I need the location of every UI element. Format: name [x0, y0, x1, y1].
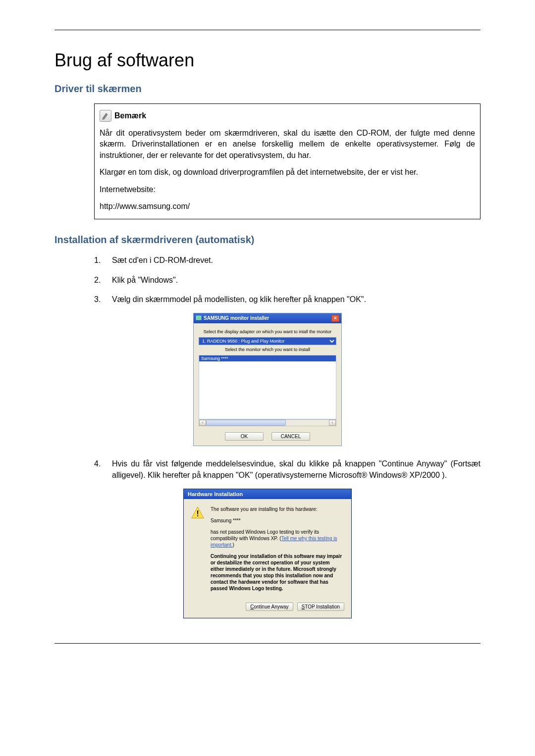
steps-list-continued: 4. Hvis du får vist følgende meddelelses…	[94, 458, 481, 481]
page-title: Brug af softwaren	[54, 50, 481, 71]
stop-installation-button[interactable]: STOP Installation	[297, 603, 344, 611]
monitor-listbox[interactable]: Samsung ****	[199, 355, 336, 419]
app-icon	[196, 315, 202, 322]
note-icon	[100, 110, 111, 122]
note-paragraph-2: Klargør en tom disk, og download driverp…	[100, 167, 475, 178]
adapter-select[interactable]: 1. RADEON 9550 : Plug and Play Monitor	[199, 337, 336, 345]
bottom-divider	[54, 643, 481, 644]
step-number: 4.	[94, 458, 112, 481]
step-text: Vælg din skærmmodel på modellisten, og k…	[112, 294, 481, 305]
scroll-track[interactable]	[206, 420, 329, 426]
scroll-thumb[interactable]	[206, 420, 286, 426]
steps-list: 1. Sæt cd'en i CD-ROM-drevet. 2. Klik på…	[94, 254, 481, 305]
stop-label-rest: TOP Installation	[305, 604, 340, 609]
prompt-text-1: Select the display adapter on which you …	[199, 329, 336, 334]
step-text: Hvis du får vist følgende meddelelsesvin…	[112, 458, 481, 481]
cancel-button[interactable]: CANCEL	[271, 432, 310, 441]
dialog-titlebar: Hardware Installation	[184, 489, 351, 499]
step-text: Klik på "Windows".	[112, 274, 481, 286]
step-text: Sæt cd'en i CD-ROM-drevet.	[112, 254, 481, 266]
scroll-right-arrow[interactable]: ›	[329, 420, 336, 426]
hardware-installation-dialog: Hardware Installation ! The software you…	[183, 489, 352, 618]
close-button[interactable]: ×	[331, 315, 339, 322]
note-label: Bemærk	[114, 111, 146, 120]
continue-anyway-button[interactable]: Continue Anyway	[246, 603, 293, 611]
svg-rect-0	[196, 316, 201, 320]
dialog-body-text: The software you are installing for this…	[211, 506, 344, 597]
step-number: 1.	[94, 254, 112, 266]
dialog-titlebar: SAMSUNG monitor installer ×	[194, 313, 341, 323]
installer-dialog: SAMSUNG monitor installer × Select the d…	[193, 313, 342, 446]
list-item: 1. Sæt cd'en i CD-ROM-drevet.	[94, 254, 481, 266]
scroll-left-arrow[interactable]: ‹	[199, 420, 206, 426]
horizontal-scrollbar[interactable]: ‹ ›	[199, 419, 336, 426]
list-item: 3. Vælg din skærmmodel på modellisten, o…	[94, 294, 481, 305]
list-item: 2. Klik på "Windows".	[94, 274, 481, 286]
section-heading-install: Installation af skærmdriveren (automatis…	[54, 234, 481, 246]
warning-icon: !	[191, 506, 205, 520]
list-item: 4. Hvis du får vist følgende meddelelses…	[94, 458, 481, 481]
step-number: 3.	[94, 294, 112, 305]
internet-label: Internetwebsite:	[100, 184, 475, 195]
step-number: 2.	[94, 274, 112, 286]
hw-line-1: The software you are installing for this…	[211, 506, 344, 512]
note-box: Bemærk Når dit operativsystem beder om s…	[94, 103, 481, 219]
note-paragraph-1: Når dit operativsystem beder om skærmdri…	[100, 128, 475, 161]
ok-button[interactable]: OK	[225, 432, 264, 441]
continue-label-rest: ontinue Anyway	[254, 604, 288, 609]
svg-text:!: !	[196, 509, 199, 518]
dialog-title: SAMSUNG monitor installer	[204, 315, 269, 321]
internet-url: http://www.samsung.com/	[100, 201, 475, 212]
hw-line-3: has not passed Windows Logo testing to v…	[211, 529, 344, 548]
section-heading-driver: Driver til skærmen	[54, 83, 481, 95]
prompt-text-2: Select the monitor which you want to ins…	[199, 347, 336, 352]
hw-line-2: Samsung ****	[211, 517, 344, 524]
hw-bold-paragraph: Continuing your installation of this sof…	[211, 553, 344, 592]
list-selected-item[interactable]: Samsung ****	[199, 355, 336, 361]
top-divider	[54, 30, 481, 30]
